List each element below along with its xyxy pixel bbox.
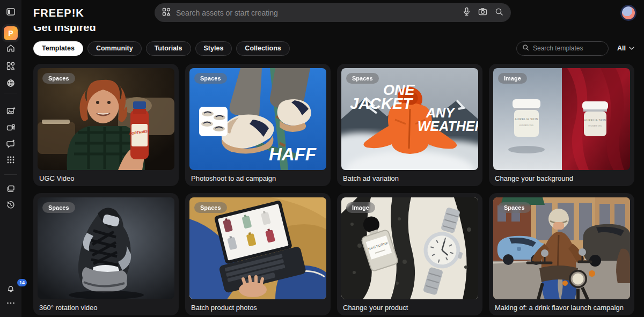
template-card-batch-ad[interactable]: ONE JACKET ANY WEATHER Spaces Batch ad v…	[337, 64, 482, 186]
image-generate-icon[interactable]	[6, 107, 16, 116]
projects-icon[interactable]	[6, 185, 16, 194]
all-filter-dropdown[interactable]: All	[617, 45, 634, 52]
main-content: Get inspired Templates Community Tutoria…	[21, 26, 644, 317]
video-generate-icon[interactable]	[6, 123, 16, 132]
card-thumbnail: Spaces	[38, 197, 174, 299]
jar-sub-text: HYDRATE VEIL	[588, 125, 602, 127]
apps-grid-icon[interactable]	[7, 156, 15, 164]
badge-spaces: Spaces	[42, 73, 75, 84]
card-caption: 360° rotation video	[38, 299, 174, 315]
notification-count-badge: 14	[17, 279, 27, 286]
search-icon[interactable]	[495, 8, 503, 18]
badge-spaces: Spaces	[498, 202, 531, 213]
template-grid: NORTHMIST Spaces UGC Video	[33, 64, 634, 315]
card-caption: Photoshoot to ad campaign	[189, 170, 326, 186]
topbar: FREEP!K	[21, 0, 644, 26]
more-options-icon[interactable]	[6, 301, 15, 305]
microphone-icon[interactable]	[463, 7, 471, 18]
notifications-bell-icon[interactable]: 14	[0, 283, 21, 293]
page-title: Get inspired	[33, 26, 634, 34]
tab-templates[interactable]: Templates	[33, 41, 83, 56]
template-card-batch-product[interactable]: Spaces Batch product photos	[185, 193, 331, 315]
global-search-input[interactable]	[176, 9, 457, 17]
sidebar: P 14	[0, 0, 21, 317]
camera-search-icon[interactable]	[478, 8, 487, 18]
tab-tutorials[interactable]: Tutorials	[146, 41, 191, 56]
all-filter-label: All	[617, 45, 626, 52]
card-caption: Change your product	[341, 299, 478, 315]
card-thumbnail: AURELIA SKIN HYDRATE VEIL AURELIA SKIN H…	[493, 68, 630, 170]
globe-icon[interactable]	[6, 79, 16, 88]
badge-spaces: Spaces	[194, 73, 227, 84]
template-card-photoshoot-ad[interactable]: HAFF Spaces Photoshoot to ad campaign	[185, 64, 331, 186]
sidebar-divider	[4, 93, 17, 93]
badge-spaces: Spaces	[42, 202, 75, 213]
tab-community[interactable]: Community	[87, 41, 142, 56]
freepik-logo[interactable]: FREEP!K	[33, 7, 84, 19]
card-thumbnail: ONE JACKET ANY WEATHER Spaces	[341, 68, 478, 170]
card-caption: Batch ad variation	[341, 170, 478, 186]
template-card-change-background[interactable]: AURELIA SKIN HYDRATE VEIL AURELIA SKIN H…	[489, 64, 634, 186]
freepik-p-logo[interactable]: P	[4, 26, 18, 40]
template-card-ugc-video[interactable]: NORTHMIST Spaces UGC Video	[33, 64, 179, 186]
categories-icon[interactable]	[6, 62, 16, 71]
chevron-down-icon	[629, 47, 634, 50]
p-logo-letter: P	[4, 26, 18, 40]
user-avatar[interactable]	[620, 5, 636, 21]
card-thumbnail: NOCTURNE	[341, 197, 478, 299]
badge-spaces: Spaces	[194, 202, 227, 213]
card-caption: Batch product photos	[189, 299, 326, 315]
badge-spaces: Spaces	[346, 73, 379, 84]
card-thumbnail: HAFF Spaces	[189, 68, 326, 170]
tab-styles[interactable]: Styles	[195, 41, 232, 56]
tab-collections[interactable]: Collections	[236, 41, 289, 56]
jar-sub-text: HYDRATE VEIL	[519, 124, 533, 127]
card-thumbnail: Spaces	[493, 197, 630, 299]
card-caption: Change your background	[493, 170, 630, 186]
jacket-word-jacket: JACKET	[350, 95, 413, 112]
history-icon[interactable]	[6, 201, 16, 210]
filter-bar: Templates Community Tutorials Styles Col…	[33, 41, 634, 56]
categories-grid-icon	[162, 8, 171, 18]
search-icon	[522, 43, 529, 53]
template-search-field[interactable]	[516, 41, 609, 56]
chat-new-icon[interactable]	[6, 139, 16, 149]
template-card-change-product[interactable]: NOCTURNE	[337, 193, 482, 315]
badge-image: Image	[346, 202, 375, 213]
jar-brand-text: AURELIA SKIN	[584, 119, 606, 122]
jar-brand-text: AURELIA SKIN	[515, 117, 538, 121]
template-card-making-of[interactable]: Spaces Making of: a drink flavor launch …	[489, 193, 634, 315]
card-caption: Making of: a drink flavor launch campaig…	[493, 299, 630, 315]
haff-text: HAFF	[269, 144, 317, 164]
card-thumbnail: Spaces	[189, 197, 326, 299]
template-search-input[interactable]	[533, 45, 603, 52]
card-caption: UGC Video	[38, 170, 174, 186]
jacket-word-weather: WEATHER	[418, 119, 478, 134]
badge-image: Image	[498, 73, 527, 84]
card-thumbnail: NORTHMIST Spaces	[38, 68, 174, 170]
sidebar-divider	[4, 174, 17, 175]
jacket-word-any: ANY	[426, 105, 456, 120]
home-icon[interactable]	[6, 44, 16, 53]
global-search-bar[interactable]	[155, 3, 511, 22]
sidebar-toggle-icon[interactable]	[6, 8, 16, 17]
template-card-360-rotation[interactable]: Spaces 360° rotation video	[33, 193, 179, 315]
